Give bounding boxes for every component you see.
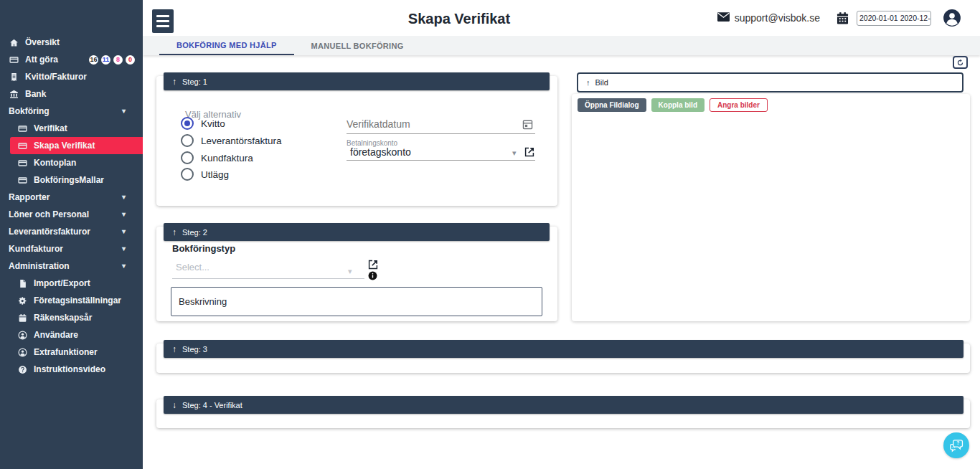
refresh-button[interactable]: [953, 56, 968, 69]
sidebar-item-kvitto-fakturor[interactable]: Kvitto/Fakturor: [0, 68, 143, 85]
badge-count: 16: [89, 55, 98, 65]
step2-header[interactable]: ↑ Steg: 2: [164, 223, 550, 241]
step2-title: Steg: 2: [182, 228, 207, 237]
sidebar-item-label: Skapa Verifikat: [34, 141, 95, 151]
chevron-down-icon[interactable]: ▾: [348, 267, 352, 276]
support-email-link[interactable]: support@visbok.se: [717, 12, 820, 24]
sidebar-group-rapporter[interactable]: Rapporter ▾: [0, 189, 143, 206]
chevron-down-icon: ▾: [122, 108, 126, 115]
image-panel-buttons: Öppna Fildialog Koppla bild Angra bilder: [578, 98, 768, 112]
sidebar-item-oversikt[interactable]: Översikt: [0, 34, 143, 51]
page-title: Skapa Verifikat: [373, 11, 545, 27]
sidebar-group-label: Rapporter: [9, 192, 50, 202]
arrow-up-icon: ↑: [172, 227, 176, 237]
card-icon: [17, 123, 27, 133]
image-panel-title: Bild: [595, 78, 608, 87]
verifikatdatum-input[interactable]: Verifikatdatum: [347, 118, 535, 134]
radio-button[interactable]: [181, 168, 194, 181]
sidebar-item-rakenskapsar[interactable]: Räkenskapsår: [0, 309, 143, 326]
sidebar-item-label: Import/Export: [34, 278, 90, 288]
svg-text:?: ?: [956, 440, 959, 445]
badge-count: 11: [101, 55, 110, 65]
sidebar-item-import-export[interactable]: Import/Export: [0, 275, 143, 292]
tab-bokforing-med-hjalp[interactable]: BOKFÖRING MED HJÄLP: [159, 36, 294, 55]
info-icon[interactable]: [368, 271, 377, 280]
sidebar-group-label: Bokföring: [9, 106, 50, 116]
arrow-down-icon: ↓: [172, 400, 176, 410]
sidebar-group-label: Leverantörsfakturor: [9, 227, 90, 237]
sidebar-group-administration[interactable]: Administration ▾: [0, 257, 143, 275]
sidebar-item-label: Verifikat: [34, 123, 67, 133]
sidebar-item-anvandare[interactable]: Användare: [0, 326, 143, 344]
sidebar-item-bokforingsmallar[interactable]: BokföringsMallar: [0, 171, 143, 189]
help-chat-button[interactable]: ?...: [943, 432, 969, 458]
arrow-up-icon: ↑: [586, 78, 590, 87]
bokforingstyp-label: Bokföringstyp: [172, 243, 235, 254]
envelope-icon: [717, 12, 730, 24]
image-panel-card: [572, 94, 970, 321]
step1-title: Steg: 1: [182, 77, 207, 86]
sidebar-item-extrafunktioner[interactable]: Extrafunktioner: [0, 344, 143, 361]
radio-label: Leverantörsfaktura: [201, 136, 282, 146]
sidebar-group-loner-och-personal[interactable]: Löner och Personal ▾: [0, 206, 143, 223]
step4-header[interactable]: ↓ Steg: 4 - Verifikat: [164, 396, 963, 414]
sidebar-item-label: Kvitto/Fakturor: [25, 72, 87, 82]
user-circle-icon: [17, 330, 27, 340]
sidebar-item-verifikat[interactable]: Verifikat: [0, 120, 143, 137]
radio-kvitto[interactable]: Kvitto: [181, 117, 225, 130]
chat-bubbles-icon: ?...: [948, 438, 964, 453]
step3-title: Steg: 3: [182, 345, 207, 354]
sidebar-item-skapa-verifikat-active[interactable]: Skapa Verifikat: [10, 137, 143, 154]
step1-header[interactable]: ↑ Steg: 1: [164, 72, 550, 90]
bank-icon: [9, 89, 19, 99]
step3-header[interactable]: ↑ Steg: 3: [164, 340, 963, 358]
beskrivning-textarea[interactable]: Beskrivning: [171, 287, 542, 316]
sidebar-item-label: Företagsinställningar: [34, 295, 121, 305]
external-link-icon[interactable]: [524, 146, 535, 158]
image-panel-header[interactable]: ↑ Bild: [577, 72, 963, 93]
radio-utlagg[interactable]: Utlägg: [181, 168, 229, 181]
datepicker-calendar-icon[interactable]: [522, 118, 534, 131]
sidebar: Översikt Att göra 16 11 8 0 Kvitto/Faktu…: [0, 0, 143, 469]
radio-button-checked[interactable]: [181, 117, 194, 130]
radio-button[interactable]: [181, 151, 194, 164]
fiscal-period-select[interactable]: 2020-01-01 2020-12-31 ▾: [857, 11, 931, 26]
tab-manuell-bokforing[interactable]: MANUELL BOKFÖRING: [294, 36, 421, 55]
radio-leverantorsfaktura[interactable]: Leverantörsfaktura: [181, 134, 282, 147]
sidebar-item-bank[interactable]: Bank: [0, 85, 143, 103]
sidebar-group-leverantorsfakturor[interactable]: Leverantörsfakturor ▾: [0, 223, 143, 240]
sidebar-item-att-gora[interactable]: Att göra 16 11 8 0: [0, 51, 143, 68]
radio-kundfaktura[interactable]: Kundfaktura: [181, 151, 253, 164]
sidebar-item-label: Användare: [34, 330, 78, 340]
sidebar-item-label: Räkenskapsår: [34, 313, 92, 323]
sidebar-group-label: Löner och Personal: [9, 209, 89, 219]
chevron-down-icon: ▾: [122, 262, 126, 270]
radio-label: Utlägg: [201, 169, 229, 180]
home-icon: [9, 37, 19, 47]
tab-strip: BOKFÖRING MED HJÄLP MANUELL BOKFÖRING: [143, 36, 980, 55]
radio-button[interactable]: [181, 134, 194, 147]
file-icon: [17, 278, 27, 288]
step4-title: Steg: 4 - Verifikat: [182, 401, 242, 409]
radio-label: Kvitto: [201, 118, 225, 129]
sidebar-item-label: Att göra: [25, 55, 58, 65]
sidebar-group-kundfakturor[interactable]: Kundfakturor ▾: [0, 240, 143, 257]
sidebar-item-kontoplan[interactable]: Kontoplan: [0, 154, 143, 171]
attach-image-button[interactable]: Koppla bild: [651, 98, 705, 112]
external-link-icon[interactable]: [367, 259, 379, 270]
sidebar-group-bokforing[interactable]: Bokföring ▾: [0, 103, 143, 120]
gear-icon: [17, 295, 27, 305]
sidebar-item-foretagsinstallningar[interactable]: Företagsinställningar: [0, 292, 143, 309]
chevron-down-icon[interactable]: ▾: [512, 148, 517, 158]
sidebar-item-instruktionsvideo[interactable]: Instruktionsvideo: [0, 361, 143, 378]
undo-images-button[interactable]: Angra bilder: [710, 98, 768, 112]
question-circle-icon: [17, 364, 27, 374]
svg-text:...: ...: [951, 445, 955, 449]
support-email-text: support@visbok.se: [735, 12, 820, 24]
hamburger-menu-button[interactable]: [152, 9, 174, 33]
sidebar-item-label: Instruktionsvideo: [34, 364, 105, 374]
user-avatar[interactable]: [943, 9, 961, 27]
open-file-dialog-button[interactable]: Öppna Fildialog: [578, 98, 646, 112]
betalningskonto-select[interactable]: företagskonto: [347, 146, 535, 161]
bokforingstyp-select[interactable]: Select...: [172, 260, 364, 279]
